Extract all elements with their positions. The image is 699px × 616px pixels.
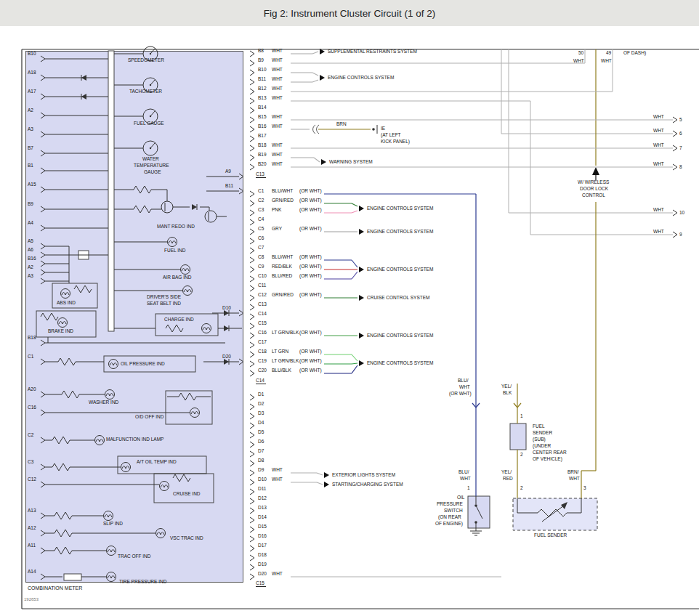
wire-segments [48,49,673,577]
right-edge-connectors [673,117,677,238]
junction-dots [372,128,477,524]
transistor-symbols [161,201,217,222]
connector-brackets [41,56,243,580]
wire-break-symbols [472,403,521,408]
bulb-symbols [58,238,211,582]
arrow-heads [561,167,599,509]
inline-connector-symbol [313,125,319,134]
system-arrows [320,49,364,487]
schematic-art [0,0,699,616]
gauge-symbols [143,46,158,155]
connector-row-wires [250,51,673,580]
wiring-diagram-page: Fig 2: Instrument Cluster Circuit (1 of … [0,0,699,616]
